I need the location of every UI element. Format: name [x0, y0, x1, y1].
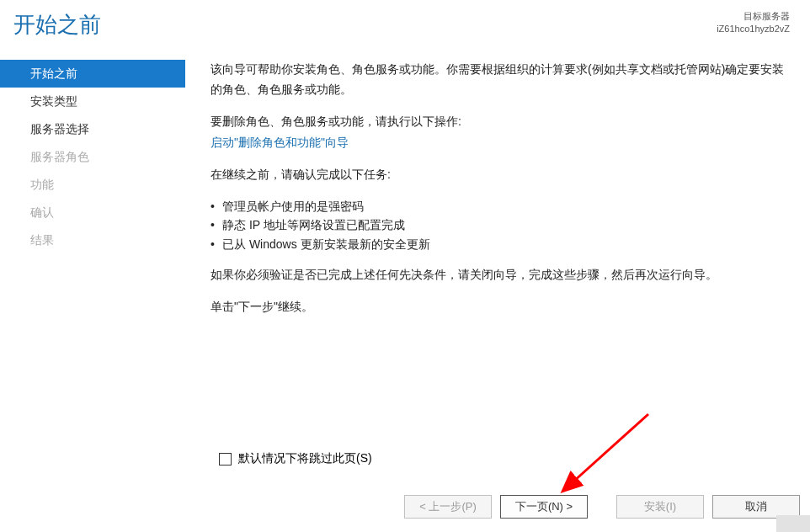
sidebar-item-results: 结果 [0, 226, 185, 254]
prereq-item: 已从 Windows 更新安装最新的安全更新 [210, 235, 786, 253]
sidebar-item-before-begin[interactable]: 开始之前 [0, 60, 185, 88]
sidebar-item-confirm: 确认 [0, 199, 185, 226]
verify-note: 如果你必须验证是否已完成上述任何先决条件，请关闭向导，完成这些步骤，然后再次运行… [210, 265, 786, 285]
server-info: 目标服务器 iZ61hco1hyzb2vZ [717, 10, 790, 36]
server-name: iZ61hco1hyzb2vZ [717, 23, 790, 35]
prereq-item: 管理员帐户使用的是强密码 [210, 197, 786, 215]
server-label: 目标服务器 [717, 10, 790, 23]
page-title: 开始之前 [13, 10, 101, 40]
prereq-item: 静态 IP 地址等网络设置已配置完成 [210, 215, 786, 234]
previous-button: < 上一步(P) [404, 495, 492, 519]
wizard-sidebar: 开始之前 安装类型 服务器选择 服务器角色 功能 确认 结果 [0, 55, 185, 329]
wizard-footer: < 上一步(P) 下一页(N) > 安装(I) 取消 [404, 495, 800, 519]
sidebar-item-server-roles: 服务器角色 [0, 143, 185, 171]
before-continue: 在继续之前，请确认完成以下任务: [210, 165, 786, 185]
annotation-arrow [539, 406, 665, 507]
prereq-list: 管理员帐户使用的是强密码 静态 IP 地址等网络设置已配置完成 已从 Windo… [210, 197, 786, 253]
sidebar-item-server-selection[interactable]: 服务器选择 [0, 115, 185, 143]
remove-roles-link[interactable]: 启动"删除角色和功能"向导 [210, 136, 349, 149]
intro-text: 该向导可帮助你安装角色、角色服务或功能。你需要根据组织的计算要求(例如共享文档或… [210, 60, 786, 100]
next-button[interactable]: 下一页(N) > [500, 495, 588, 519]
svg-line-1 [564, 414, 648, 490]
content-area: 该向导可帮助你安装角色、角色服务或功能。你需要根据组织的计算要求(例如共享文档或… [185, 55, 810, 329]
remove-prompt: 要删除角色、角色服务或功能，请执行以下操作: [210, 112, 786, 132]
click-next-text: 单击"下一步"继续。 [210, 297, 786, 317]
install-button: 安装(I) [616, 495, 704, 519]
sidebar-item-install-type[interactable]: 安装类型 [0, 88, 185, 115]
skip-page-checkbox[interactable] [219, 453, 232, 466]
sidebar-item-features: 功能 [0, 171, 185, 199]
skip-page-label: 默认情况下将跳过此页(S) [238, 451, 372, 466]
decorative-shadow [776, 515, 810, 532]
